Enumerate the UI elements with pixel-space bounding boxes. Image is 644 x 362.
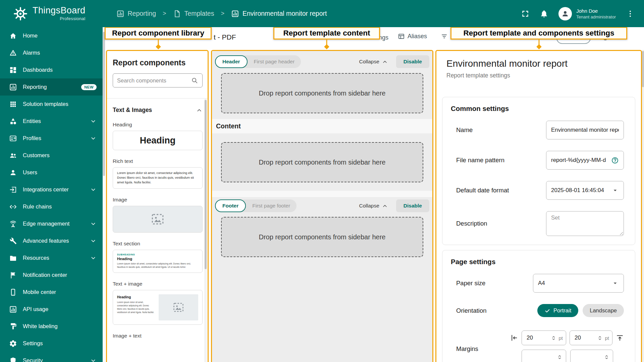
callout-report-template-content: Report template content (273, 27, 380, 40)
scrollbar-thumb[interactable] (642, 51, 644, 87)
footer-chip[interactable]: Footer (215, 199, 246, 212)
description-textarea[interactable]: Set (546, 211, 624, 236)
header-dropzone[interactable]: Drop report components from sidebar here (221, 73, 423, 113)
file-name-pattern-input[interactable]: report-%d{yyyy-MM-d (546, 151, 624, 170)
default-date-format-select[interactable]: 2025-08-01 16:45:04 (546, 181, 624, 200)
sidebar-item-solution-templates[interactable]: Solution templates (0, 96, 103, 113)
sidebar-item-edge-management[interactable]: Edge management (0, 215, 103, 232)
sidebar-scrollbar[interactable] (103, 27, 105, 362)
page-scrollbar[interactable] (642, 50, 644, 362)
breadcrumb-templates[interactable]: Templates (173, 10, 214, 18)
components-scrollbar[interactable] (204, 99, 207, 362)
stepper-icon[interactable] (597, 335, 603, 341)
sidebar-item-users[interactable]: Users (0, 164, 103, 181)
report-icon (231, 10, 239, 18)
component-image-card[interactable] (113, 206, 203, 233)
sidebar-item-settings[interactable]: Settings (0, 335, 103, 352)
section-text-and-images[interactable]: Text & Images (113, 107, 203, 114)
entities-icon (9, 117, 17, 125)
aliases-button[interactable]: Aliases (398, 33, 427, 40)
margin-input-2[interactable]: 20 pt (570, 330, 612, 345)
callout-report-template-settings: Report template and components settings (450, 27, 627, 40)
sidebar-item-resources[interactable]: Resources (0, 249, 103, 266)
collapse-button[interactable]: Collapse (359, 203, 388, 209)
component-text-image-card[interactable]: Heading Lorem ipsum dolor sit amet, cons… (113, 290, 203, 325)
breadcrumb-reporting[interactable]: Reporting (116, 10, 156, 18)
sidebar-item-profiles[interactable]: Profiles (0, 130, 103, 147)
first-page-header-chip[interactable]: First page header (248, 59, 301, 65)
margin-input-3[interactable] (522, 350, 566, 362)
sidebar-item-customers[interactable]: Customers (0, 147, 103, 164)
sidebar-item-home[interactable]: Home (0, 27, 103, 44)
stepper-icon[interactable] (603, 354, 610, 360)
margin-input-4[interactable] (570, 350, 613, 362)
page-settings-heading: Page settings (451, 258, 624, 266)
scrollbar-thumb[interactable] (103, 32, 105, 176)
component-label: Image (113, 197, 203, 203)
users-icon (9, 169, 17, 177)
footer-dropzone[interactable]: Drop report components from sidebar here (221, 217, 423, 257)
component-label: Heading (113, 122, 203, 128)
page-settings-card: Page settings Paper size A4 Orientation … (442, 250, 635, 362)
fullscreen-icon[interactable] (521, 9, 530, 18)
search-components-input[interactable]: Search components (113, 73, 203, 87)
component-rich-text-card[interactable]: Lorem ipsum dolor sit amet, consectetur … (113, 167, 203, 189)
settings-tab-fragment[interactable]: ngs (379, 34, 388, 41)
sidebar-item-entities[interactable]: Entities (0, 113, 103, 130)
breadcrumb-current-page[interactable]: Environmental monitor report (231, 10, 327, 18)
preview-body: Lorem ipsum dolor sit amet, consectetur … (117, 262, 198, 269)
user-menu[interactable]: John Doe Tenant administrator (558, 7, 616, 20)
user-name: John Doe (576, 8, 616, 14)
disable-header-button[interactable]: Disable (396, 55, 429, 68)
sidebar-item-mobile-center[interactable]: Mobile center (0, 284, 103, 301)
landscape-toggle-button[interactable]: Landscape (583, 304, 624, 317)
footer-chip-group: Footer First page footer (215, 199, 297, 212)
sidebar-item-notification-center[interactable]: Notification center (0, 266, 103, 284)
name-input[interactable]: Environmental monitor report (546, 121, 624, 139)
paper-size-select[interactable]: A4 (533, 274, 624, 293)
sidebar-item-rule-chains[interactable]: Rule chains (0, 198, 103, 215)
sidebar-item-reporting[interactable]: Reporting NEW (0, 78, 103, 96)
top-bar: ThingsBoard Professional Reporting > Tem… (0, 0, 644, 27)
sidebar-item-white-labeling[interactable]: White labeling (0, 318, 103, 335)
preview-body: Lorem ipsum dolor sit amet, consectetur … (117, 301, 155, 314)
sidebar-item-alarms[interactable]: Alarms (0, 44, 103, 61)
first-page-footer-chip[interactable]: First page footer (246, 203, 297, 209)
profiles-icon (9, 134, 17, 142)
stepper-icon[interactable] (556, 354, 563, 360)
component-heading-card[interactable]: Heading (113, 131, 203, 150)
header-chip[interactable]: Header (215, 55, 248, 68)
stepper-icon[interactable] (550, 335, 557, 341)
disable-footer-button[interactable]: Disable (396, 199, 429, 212)
margin-input-1[interactable]: 20 pt (522, 330, 566, 345)
report-template-settings-panel: Environmental monitor report Report temp… (435, 50, 642, 362)
api-usage-icon (9, 305, 17, 313)
image-placeholder-icon (172, 301, 185, 313)
help-icon[interactable] (611, 157, 619, 164)
name-label: Name (451, 126, 473, 134)
margins-label: Margins (451, 345, 478, 353)
resize-handle[interactable] (619, 231, 623, 235)
chevron-up-icon (196, 107, 203, 114)
sidebar-item-integrations-center[interactable]: Integrations center (0, 181, 103, 198)
sidebar-item-dashboards[interactable]: Dashboards (0, 61, 103, 78)
notifications-bell-icon[interactable] (540, 9, 548, 18)
thingsboard-logo[interactable]: ThingsBoard Professional (13, 6, 86, 21)
component-text-section-card[interactable]: SUBHEADING Heading Lorem ipsum dolor sit… (113, 250, 203, 273)
sidebar-item-api-usage[interactable]: API usage (0, 301, 103, 318)
portrait-toggle-button[interactable]: Portrait (537, 304, 578, 317)
margin-top-icon (616, 334, 624, 342)
security-shield-icon (9, 357, 17, 362)
component-label: Rich text (113, 158, 203, 164)
avatar[interactable] (558, 7, 572, 20)
section-gap (212, 191, 432, 197)
content-section: Drop report components from sidebar here (212, 133, 432, 191)
content-dropzone[interactable]: Drop report components from sidebar here (221, 142, 423, 182)
more-menu-icon[interactable] (626, 9, 635, 18)
collapse-button[interactable]: Collapse (359, 59, 388, 65)
scrollbar-thumb[interactable] (205, 100, 207, 269)
notification-center-icon (9, 271, 17, 279)
orientation-label: Orientation (451, 307, 487, 314)
sidebar-item-security[interactable]: Security (0, 352, 103, 362)
sidebar-item-advanced-features[interactable]: Advanced features (0, 232, 103, 249)
